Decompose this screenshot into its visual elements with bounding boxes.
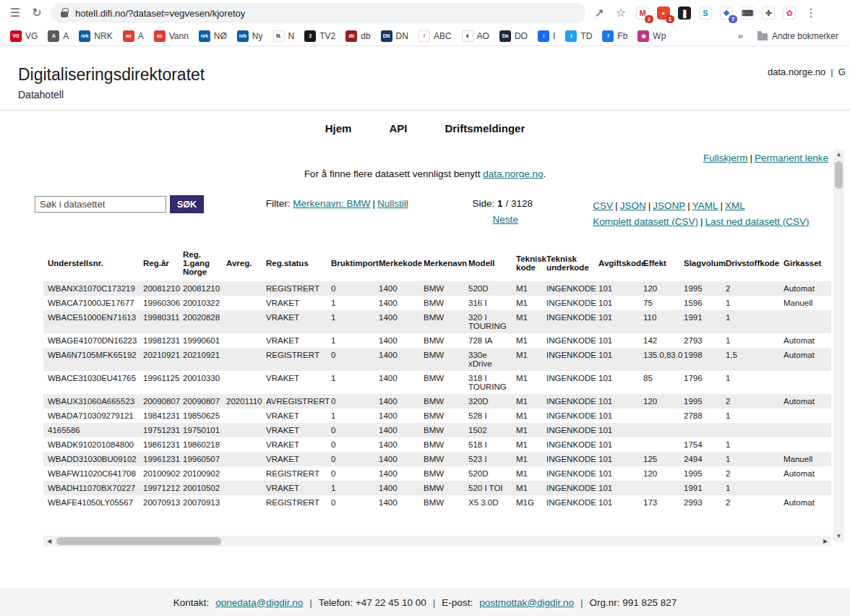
table-cell [779, 481, 831, 495]
bookmarks-overflow-chevron[interactable]: » [732, 30, 749, 41]
current-page: 1 [497, 198, 503, 209]
column-header: Modell [464, 245, 512, 281]
table-cell: WBADK910201084800 [43, 437, 139, 452]
vertical-scrollbar[interactable]: ▲ ▼ [833, 150, 844, 542]
search-input[interactable] [35, 196, 166, 213]
table-row: WBACE51000EN716131998031120020828VRAKET1… [43, 310, 831, 333]
filter-clear-link[interactable]: Nullstill [377, 198, 408, 209]
footer-epost-label: E-post: [442, 597, 473, 608]
table-cell: 1 [721, 437, 779, 452]
table-cell: 101 [594, 281, 639, 296]
table-cell: AVREGISTRERT [262, 394, 327, 408]
reload-icon[interactable]: ↻ [29, 5, 45, 21]
nav-api[interactable]: API [389, 122, 407, 134]
bookmark-item[interactable]: nrkNy [233, 29, 267, 43]
share-icon[interactable]: ↗ [591, 5, 607, 21]
bookmark-star-icon[interactable]: ☆ [613, 5, 629, 21]
table-cell: 2793 [679, 333, 721, 348]
footer-telefon: Telefon: +47 22 45 10 00 [319, 597, 426, 608]
blue-extension-icon[interactable]: ❖7 [718, 5, 734, 21]
table-cell: 75 [639, 296, 679, 310]
bookmark-item[interactable]: VGVG [6, 29, 42, 43]
footer-opnedata-email-link[interactable]: opnedata@digdir.no [215, 597, 303, 608]
bookmark-item[interactable]: DNDN [377, 29, 413, 43]
bookmark-item[interactable]: AA [43, 29, 73, 43]
bookmark-item[interactable]: DaDO [495, 29, 532, 43]
intro-data-norge-link[interactable]: data.norge.no [483, 168, 543, 179]
header-truncated-link[interactable]: G [838, 67, 846, 77]
scroll-left-arrow-icon[interactable]: ◀ [43, 538, 55, 544]
table-cell: M1 [512, 348, 542, 371]
export-format-link[interactable]: XML [725, 200, 745, 211]
icon-glyph: ✚ [762, 7, 775, 20]
table-cell: 1596 [679, 296, 721, 310]
export-format-link[interactable]: JSON [620, 200, 646, 211]
nav-driftsmeldinger[interactable]: Driftsmeldinger [445, 122, 525, 134]
table-cell: 318 I TOURING [464, 371, 512, 394]
table-cell: BMW [419, 481, 464, 495]
scroll-right-arrow-icon[interactable]: ▶ [820, 538, 831, 544]
bookmark-label: Wp [653, 31, 666, 41]
menu-icon[interactable]: ☰ [7, 5, 23, 21]
icon-glyph: S [699, 7, 712, 20]
table-cell: VRAKET [262, 408, 327, 423]
s-extension-icon[interactable]: S [697, 5, 713, 21]
bookmark-item[interactable]: aoA [119, 29, 148, 43]
pagination: Side: 1 / 3128 Neste [473, 195, 593, 225]
bookmark-item[interactable]: tTD [561, 29, 596, 43]
table-cell [639, 481, 679, 495]
scroll-down-arrow-icon[interactable]: ▼ [836, 531, 842, 542]
export-format-link[interactable]: YAML [692, 200, 718, 211]
scroll-up-arrow-icon[interactable]: ▲ [836, 150, 842, 160]
bookmark-item[interactable]: aoVann [150, 29, 193, 43]
bookmark-item[interactable]: /ABC [414, 29, 456, 43]
bookmark-item[interactable]: nrkNØ [194, 29, 231, 43]
permanent-lenke-link[interactable]: Permanent lenke [755, 153, 828, 163]
dark-extension-icon[interactable]: ❚ [677, 5, 692, 21]
red-extension-icon[interactable]: ▪1 [656, 5, 671, 21]
url-text[interactable]: hotell.difi.no/?dataset=vegvesen/kjoreto… [75, 8, 245, 19]
horizontal-scroll-thumb[interactable] [56, 537, 221, 545]
puzzle-extension-icon[interactable]: ✚ [760, 5, 776, 21]
bookmark-item[interactable]: iI [533, 29, 559, 43]
keyboard-extension-icon[interactable]: ⌨ [739, 5, 755, 21]
filter-active-link[interactable]: Merkenavn: BMW [293, 198, 370, 209]
bookmark-item[interactable]: fFb [598, 29, 632, 43]
search-button[interactable]: SØK [170, 195, 204, 213]
bookmark-item[interactable]: ◉Wp [633, 29, 670, 43]
download-dataset-link[interactable]: Komplett datasett (CSV) [593, 216, 698, 227]
bookmark-favicon: nrk [199, 30, 210, 42]
horizontal-scrollbar[interactable]: ◀ ▶ [43, 536, 831, 547]
footer-postmottak-email-link[interactable]: postmottak@digdir.no [479, 597, 574, 608]
table-cell: BMW [419, 394, 464, 408]
bookmark-favicon: ao [154, 30, 166, 42]
data-norge-header-link[interactable]: data.norge.no [768, 67, 825, 77]
vertical-scroll-track[interactable] [833, 160, 844, 531]
fullskjerm-link[interactable]: Fullskjerm [703, 153, 748, 163]
export-format-link[interactable]: JSONP [653, 200, 685, 211]
vertical-scroll-thumb[interactable] [835, 161, 843, 189]
horizontal-scroll-track[interactable] [55, 536, 820, 547]
other-bookmarks[interactable]: Andre bokmerker [752, 30, 844, 43]
table-cell: 101 [594, 481, 639, 495]
table-cell: M1 [512, 296, 542, 310]
table-cell: WBADD31030BU09102 [43, 452, 139, 466]
flower-extension-icon[interactable]: ✿ [781, 5, 797, 21]
column-header: Merkekode [374, 245, 419, 281]
nav-hjem[interactable]: Hjem [325, 122, 352, 134]
export-format-link[interactable]: CSV [593, 200, 613, 211]
table-cell: 20100902 [139, 466, 179, 481]
bookmark-item[interactable]: 2TV2 [300, 29, 340, 43]
folder-icon [757, 33, 768, 40]
bookmark-item[interactable]: dbdb [341, 29, 374, 43]
kebab-menu-icon[interactable]: ⋮ [803, 5, 819, 21]
next-page-link[interactable]: Neste [493, 214, 518, 225]
gmail-extension-icon[interactable]: M2 [635, 5, 651, 21]
table-cell: 1 [327, 371, 374, 394]
bookmark-item[interactable]: nrkNRK [74, 29, 116, 43]
url-bar[interactable]: hotell.difi.no/?dataset=vegvesen/kjoreto… [51, 3, 585, 23]
download-dataset-link[interactable]: Last ned datasett (CSV) [705, 216, 809, 227]
bookmark-item[interactable]: ılAO [458, 29, 494, 43]
table-cell: 20070913 [179, 495, 222, 510]
bookmark-item[interactable]: N.N [269, 29, 299, 43]
